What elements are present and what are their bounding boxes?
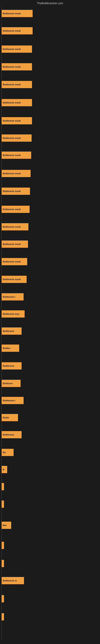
bottleneck-bar-1: Bottleneck result [1,27,33,34]
bottleneck-bar-27 [1,483,4,490]
bottleneck-bar-28 [1,500,4,508]
bottleneck-bar-11: Bottleneck result [1,206,30,213]
bottleneck-bar-16: Bottleneck r [1,293,24,300]
bottleneck-bar-21: Bottlenec [1,380,21,387]
bottleneck-bar-29: Bot [1,522,11,529]
bottleneck-bar-8: Bottleneck result [1,152,31,159]
bottleneck-bar-12: Bottleneck result [1,223,28,230]
bottleneck-bar-32: Bottleneck re [1,577,24,584]
bottleneck-bar-17: Bottleneck resu [1,310,25,318]
bottleneck-bar-34 [1,613,4,620]
bottleneck-bar-20: Bottleneck [1,362,22,370]
bottleneck-bar-18: Bottleneck [1,328,22,335]
bottleneck-bar-25: Bo [1,449,14,456]
chart-container: Bottleneck resultBottleneck resultBottle… [0,6,100,640]
bottleneck-bar-5: Bottleneck result [1,99,32,106]
bottleneck-bar-9: Bottleneck result [1,170,31,177]
bottleneck-bar-23: Bottle [1,414,18,421]
bottleneck-bar-24: Bottleneck [1,431,22,438]
bottleneck-bar-13: Bottleneck result [1,240,28,248]
bottleneck-bar-4: Bottleneck result [1,81,32,88]
bottleneck-bar-10: Bottleneck result [1,188,30,195]
bottleneck-bar-19: Bottlen [1,344,19,352]
bottleneck-bar-0: Bottleneck result [1,10,33,17]
bottleneck-bar-3: Bottleneck result [1,63,32,70]
bottleneck-bar-6: Bottleneck result [1,117,32,124]
bottleneck-bar-2: Bottleneck result [1,46,32,53]
bottleneck-bar-30 [1,542,4,549]
bottleneck-bar-7: Bottleneck result [1,134,32,142]
bottleneck-bar-22: Bottleneck r [1,397,24,404]
bottleneck-bar-33 [1,595,4,602]
bottleneck-bar-14: Bottleneck result [1,258,27,265]
bottleneck-bar-31 [1,560,4,567]
bottleneck-bar-26: B [1,466,7,473]
bottleneck-bar-15: Bottleneck result [1,276,27,283]
site-title: TheBottlenecker.com [0,0,100,6]
